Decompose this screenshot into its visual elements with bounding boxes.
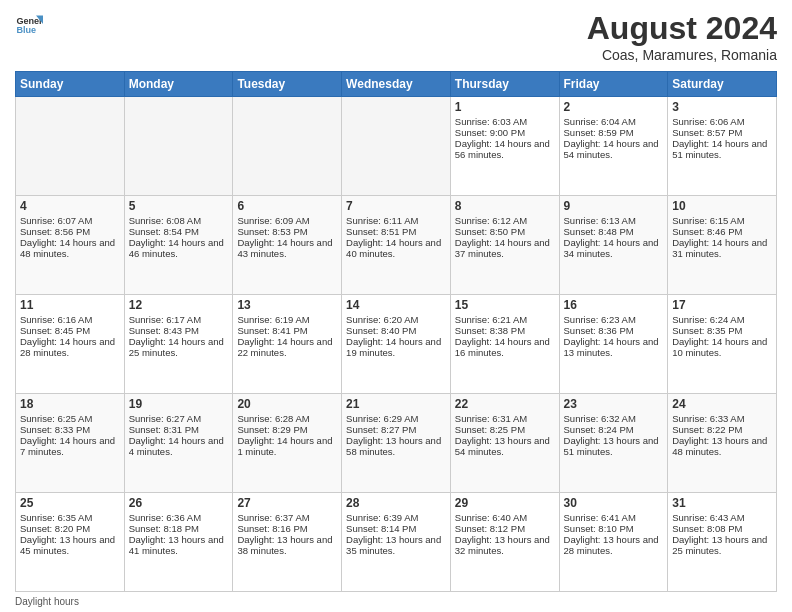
day-number: 6	[237, 199, 337, 213]
sunset-label: Sunset: 8:36 PM	[564, 325, 634, 336]
daylight-label: Daylight: 14 hours and 43 minutes.	[237, 237, 332, 259]
sunset-label: Sunset: 8:14 PM	[346, 523, 416, 534]
calendar-cell: 26 Sunrise: 6:36 AM Sunset: 8:18 PM Dayl…	[124, 493, 233, 592]
day-number: 4	[20, 199, 120, 213]
calendar-cell: 18 Sunrise: 6:25 AM Sunset: 8:33 PM Dayl…	[16, 394, 125, 493]
sunset-label: Sunset: 8:38 PM	[455, 325, 525, 336]
calendar-cell: 24 Sunrise: 6:33 AM Sunset: 8:22 PM Dayl…	[668, 394, 777, 493]
sunrise-label: Sunrise: 6:28 AM	[237, 413, 309, 424]
day-number: 26	[129, 496, 229, 510]
daylight-label: Daylight: 14 hours and 46 minutes.	[129, 237, 224, 259]
day-header-tuesday: Tuesday	[233, 72, 342, 97]
sunset-label: Sunset: 8:45 PM	[20, 325, 90, 336]
header: General Blue August 2024 Coas, Maramures…	[15, 10, 777, 63]
calendar-cell: 3 Sunrise: 6:06 AM Sunset: 8:57 PM Dayli…	[668, 97, 777, 196]
daylight-label: Daylight: 13 hours and 58 minutes.	[346, 435, 441, 457]
day-number: 29	[455, 496, 555, 510]
daylight-label: Daylight: 14 hours and 16 minutes.	[455, 336, 550, 358]
sunrise-label: Sunrise: 6:32 AM	[564, 413, 636, 424]
calendar-cell: 20 Sunrise: 6:28 AM Sunset: 8:29 PM Dayl…	[233, 394, 342, 493]
daylight-label: Daylight: 14 hours and 48 minutes.	[20, 237, 115, 259]
sunrise-label: Sunrise: 6:27 AM	[129, 413, 201, 424]
sunrise-label: Sunrise: 6:40 AM	[455, 512, 527, 523]
calendar-cell: 9 Sunrise: 6:13 AM Sunset: 8:48 PM Dayli…	[559, 196, 668, 295]
calendar-week-row: 11 Sunrise: 6:16 AM Sunset: 8:45 PM Dayl…	[16, 295, 777, 394]
sunset-label: Sunset: 8:33 PM	[20, 424, 90, 435]
sunrise-label: Sunrise: 6:08 AM	[129, 215, 201, 226]
sunrise-label: Sunrise: 6:23 AM	[564, 314, 636, 325]
daylight-label: Daylight: 13 hours and 32 minutes.	[455, 534, 550, 556]
daylight-label: Daylight: 13 hours and 45 minutes.	[20, 534, 115, 556]
sunset-label: Sunset: 8:51 PM	[346, 226, 416, 237]
day-header-monday: Monday	[124, 72, 233, 97]
day-number: 18	[20, 397, 120, 411]
day-header-wednesday: Wednesday	[342, 72, 451, 97]
sunset-label: Sunset: 8:41 PM	[237, 325, 307, 336]
calendar-cell: 28 Sunrise: 6:39 AM Sunset: 8:14 PM Dayl…	[342, 493, 451, 592]
sunset-label: Sunset: 8:16 PM	[237, 523, 307, 534]
calendar-cell	[124, 97, 233, 196]
daylight-label: Daylight: 14 hours and 25 minutes.	[129, 336, 224, 358]
day-number: 5	[129, 199, 229, 213]
daylight-label: Daylight: 14 hours and 54 minutes.	[564, 138, 659, 160]
daylight-label: Daylight: 14 hours and 40 minutes.	[346, 237, 441, 259]
sunrise-label: Sunrise: 6:09 AM	[237, 215, 309, 226]
location: Coas, Maramures, Romania	[587, 47, 777, 63]
calendar-table: SundayMondayTuesdayWednesdayThursdayFrid…	[15, 71, 777, 592]
sunrise-label: Sunrise: 6:31 AM	[455, 413, 527, 424]
day-number: 16	[564, 298, 664, 312]
sunset-label: Sunset: 8:18 PM	[129, 523, 199, 534]
sunrise-label: Sunrise: 6:19 AM	[237, 314, 309, 325]
sunrise-label: Sunrise: 6:17 AM	[129, 314, 201, 325]
calendar-cell	[342, 97, 451, 196]
sunrise-label: Sunrise: 6:24 AM	[672, 314, 744, 325]
calendar-cell: 27 Sunrise: 6:37 AM Sunset: 8:16 PM Dayl…	[233, 493, 342, 592]
sunrise-label: Sunrise: 6:25 AM	[20, 413, 92, 424]
daylight-label: Daylight: 14 hours and 10 minutes.	[672, 336, 767, 358]
sunrise-label: Sunrise: 6:03 AM	[455, 116, 527, 127]
daylight-label: Daylight: 13 hours and 35 minutes.	[346, 534, 441, 556]
calendar-cell: 6 Sunrise: 6:09 AM Sunset: 8:53 PM Dayli…	[233, 196, 342, 295]
day-number: 21	[346, 397, 446, 411]
sunrise-label: Sunrise: 6:35 AM	[20, 512, 92, 523]
sunrise-label: Sunrise: 6:13 AM	[564, 215, 636, 226]
page-container: General Blue August 2024 Coas, Maramures…	[0, 0, 792, 612]
day-number: 20	[237, 397, 337, 411]
daylight-label: Daylight: 14 hours and 28 minutes.	[20, 336, 115, 358]
sunset-label: Sunset: 8:24 PM	[564, 424, 634, 435]
sunset-label: Sunset: 8:27 PM	[346, 424, 416, 435]
daylight-label: Daylight: 14 hours and 19 minutes.	[346, 336, 441, 358]
calendar-cell: 17 Sunrise: 6:24 AM Sunset: 8:35 PM Dayl…	[668, 295, 777, 394]
sunrise-label: Sunrise: 6:15 AM	[672, 215, 744, 226]
sunrise-label: Sunrise: 6:16 AM	[20, 314, 92, 325]
calendar-cell: 22 Sunrise: 6:31 AM Sunset: 8:25 PM Dayl…	[450, 394, 559, 493]
sunset-label: Sunset: 8:54 PM	[129, 226, 199, 237]
daylight-label: Daylight: 13 hours and 48 minutes.	[672, 435, 767, 457]
logo: General Blue	[15, 10, 43, 38]
calendar-cell: 19 Sunrise: 6:27 AM Sunset: 8:31 PM Dayl…	[124, 394, 233, 493]
day-number: 13	[237, 298, 337, 312]
sunrise-label: Sunrise: 6:20 AM	[346, 314, 418, 325]
sunrise-label: Sunrise: 6:41 AM	[564, 512, 636, 523]
day-number: 27	[237, 496, 337, 510]
calendar-week-row: 4 Sunrise: 6:07 AM Sunset: 8:56 PM Dayli…	[16, 196, 777, 295]
daylight-label: Daylight: 13 hours and 25 minutes.	[672, 534, 767, 556]
sunrise-label: Sunrise: 6:07 AM	[20, 215, 92, 226]
calendar-week-row: 18 Sunrise: 6:25 AM Sunset: 8:33 PM Dayl…	[16, 394, 777, 493]
day-header-thursday: Thursday	[450, 72, 559, 97]
sunset-label: Sunset: 8:12 PM	[455, 523, 525, 534]
sunset-label: Sunset: 8:40 PM	[346, 325, 416, 336]
daylight-label: Daylight: 13 hours and 51 minutes.	[564, 435, 659, 457]
sunset-label: Sunset: 8:43 PM	[129, 325, 199, 336]
daylight-label: Daylight: 13 hours and 54 minutes.	[455, 435, 550, 457]
calendar-cell: 10 Sunrise: 6:15 AM Sunset: 8:46 PM Dayl…	[668, 196, 777, 295]
calendar-cell: 13 Sunrise: 6:19 AM Sunset: 8:41 PM Dayl…	[233, 295, 342, 394]
calendar-cell	[233, 97, 342, 196]
day-number: 11	[20, 298, 120, 312]
day-number: 31	[672, 496, 772, 510]
footer: Daylight hours	[15, 596, 777, 607]
calendar-cell: 29 Sunrise: 6:40 AM Sunset: 8:12 PM Dayl…	[450, 493, 559, 592]
day-header-saturday: Saturday	[668, 72, 777, 97]
sunset-label: Sunset: 8:22 PM	[672, 424, 742, 435]
daylight-label: Daylight: 13 hours and 28 minutes.	[564, 534, 659, 556]
